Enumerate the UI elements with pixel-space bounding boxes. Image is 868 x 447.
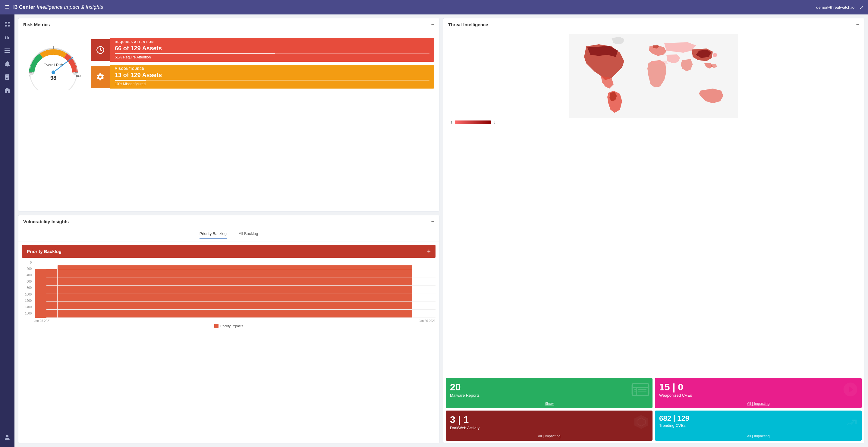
misconfigured-progress [115,80,430,81]
misconfigured-label: MISCONFIGURED [115,67,430,70]
main-content: Risk Metrics − [14,14,868,447]
misconfigured-main: 13 of 129 Assets [115,72,430,78]
threat-map-area: 1 5 [443,31,864,376]
sidebar-item-bell[interactable] [1,58,13,70]
requires-attention-progress [115,53,430,54]
sidebar [0,14,14,447]
weaponized-number: 15 | 0 [659,382,858,392]
priority-backlog-header: Priority Backlog + [22,245,435,258]
gauge-svg: 0 100 Overall Risk 98 [23,36,84,90]
weaponized-action[interactable]: All | Impacting [655,402,862,406]
risk-metrics-title: Risk Metrics [23,22,50,27]
sidebar-item-user[interactable] [1,432,13,443]
chart-inner: Asset Impacts # 1600 1400 1200 1000 800 … [22,261,435,318]
vulnerability-insights-minimize[interactable]: − [431,218,434,225]
darkweb-bg-icon [633,414,650,434]
threat-intelligence-title: Threat Intelligence [448,22,488,27]
chart-area: Asset Impacts # 1600 1400 1200 1000 800 … [19,258,439,327]
svg-text:0: 0 [28,74,30,78]
trending-action[interactable]: All | Impacting [655,434,862,438]
chart-bar-0 [35,269,57,318]
chart-legend: Priority Impacts [22,323,435,328]
top-nav: ☰ I3 Center Intelligence Impact & Insigh… [0,0,868,14]
tab-priority-backlog[interactable]: Priority Backlog [199,231,227,238]
chart-bar-main [58,265,412,318]
sidebar-item-list[interactable] [1,44,13,57]
gauge-container: 0 100 Overall Risk 98 [23,36,84,90]
risk-metrics-minimize[interactable]: − [431,21,434,28]
requires-attention-box: REQUIRES ATTENTION 66 of 129 Assets 51% … [91,38,434,62]
misconfigured-icon [91,66,110,88]
nav-title: I3 Center Intelligence Impact & Insights [13,4,103,10]
misconfigured-fill [115,80,146,81]
sidebar-item-report[interactable] [1,71,13,83]
threat-intelligence-header: Threat Intelligence − [443,19,864,31]
darkweb-tile[interactable]: 3 | 1 DarkWeb Activity All | Impacting [446,411,652,441]
svg-point-7 [6,435,8,437]
trending-cves-tile[interactable]: 682 | 129 Trending CVEs All | Impacting [655,411,862,441]
x-label-right: Jan 26 2021 [419,319,435,323]
metric-boxes: REQUIRES ATTENTION 66 of 129 Assets 51% … [91,38,434,89]
svg-text:100: 100 [76,74,81,78]
svg-rect-4 [4,49,10,49]
misconfigured-sub: 10% Misconfigured [115,82,430,86]
threat-intelligence-minimize[interactable]: − [856,21,859,28]
layout: Risk Metrics − [0,14,868,447]
share-icon[interactable]: ⤢ [859,4,863,10]
sidebar-item-chart[interactable] [1,31,13,43]
priority-backlog-title: Priority Backlog [27,249,61,254]
requires-attention-fill [115,53,275,54]
svg-rect-5 [4,50,10,51]
chart-bars-area [34,261,435,318]
map-legend: 1 5 [446,119,862,127]
sidebar-item-export[interactable] [1,84,13,96]
risk-metrics-card: Risk Metrics − [18,18,439,212]
map-legend-max: 5 [493,121,495,124]
weaponized-label: Weaponized CVEs [659,393,858,397]
darkweb-number: 3 | 1 [450,415,648,424]
y-axis: Asset Impacts # 1600 1400 1200 1000 800 … [22,261,34,318]
svg-text:98: 98 [50,75,56,81]
requires-attention-sub: 51% Require Attention [115,55,430,59]
user-email: demo@threatwatch.io [816,5,855,10]
nav-left: ☰ I3 Center Intelligence Impact & Insigh… [5,4,103,10]
trending-label: Trending CVEs [659,423,858,428]
svg-marker-27 [634,415,648,429]
legend-dot [214,324,218,328]
priority-backlog-expand[interactable]: + [427,248,431,255]
malware-bg-icon [631,382,650,400]
map-legend-min: 1 [451,121,453,124]
vulnerability-insights-card: Vulnerability Insights − Priority Backlo… [18,215,439,443]
sidebar-item-apps[interactable] [1,18,13,30]
vulnerability-insights-title: Vulnerability Insights [23,219,69,224]
svg-rect-6 [4,52,10,53]
chart-x-labels: Jan 25 2021 Jan 26 2021 [22,318,435,323]
requires-attention-main: 66 of 129 Assets [115,45,430,52]
vulnerability-tabs: Priority Backlog All Backlog [19,228,439,242]
misconfigured-content: MISCONFIGURED 13 of 129 Assets 10% Misco… [110,65,434,89]
requires-attention-label: REQUIRES ATTENTION [115,40,430,44]
trending-bg-icon [842,414,859,433]
map-legend-bar [455,121,491,124]
trending-number: 682 | 129 [659,415,858,422]
darkweb-action[interactable]: All | Impacting [446,434,652,438]
threat-tiles: 20 Malware Reports Show 15 | 0 Weaponize… [443,376,864,443]
vulnerability-insights-header: Vulnerability Insights − [19,215,439,228]
malware-action[interactable]: Show [446,402,652,406]
svg-rect-3 [8,25,10,27]
risk-metrics-body: 0 100 Overall Risk 98 [19,31,439,95]
malware-label: Malware Reports [450,393,648,397]
requires-attention-icon [91,39,110,61]
malware-reports-tile[interactable]: 20 Malware Reports Show [446,378,652,408]
weaponized-cves-tile[interactable]: 15 | 0 Weaponized CVEs All | Impacting [655,378,862,408]
requires-attention-content: REQUIRES ATTENTION 66 of 129 Assets 51% … [110,38,434,62]
x-label-left: Jan 25 2021 [34,319,51,323]
hamburger-icon[interactable]: ☰ [5,4,10,10]
tab-all-backlog[interactable]: All Backlog [239,231,258,238]
legend-label: Priority Impacts [220,324,243,328]
svg-rect-2 [5,25,7,27]
svg-rect-1 [8,22,10,24]
misconfigured-box: MISCONFIGURED 13 of 129 Assets 10% Misco… [91,65,434,89]
darkweb-label: DarkWeb Activity [450,426,648,430]
world-map-svg [446,34,862,118]
